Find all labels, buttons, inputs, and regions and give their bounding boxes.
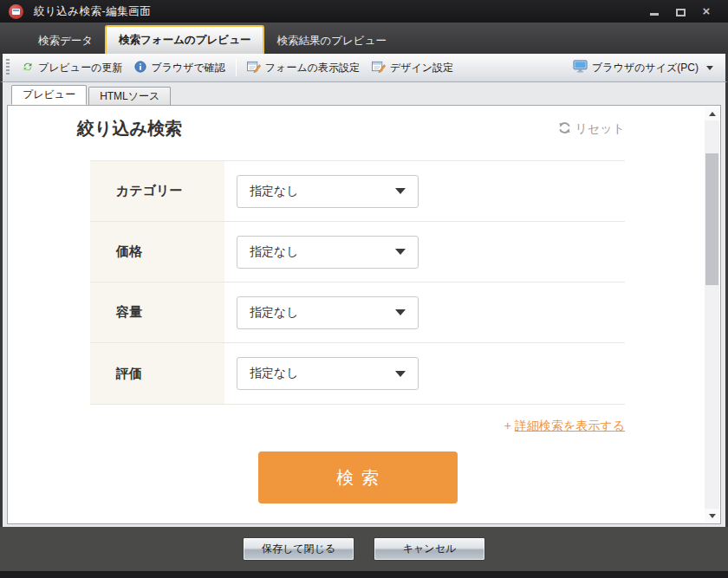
caret-down-icon [395,249,406,255]
refresh-icon [22,61,34,75]
scroll-up-button[interactable] [705,107,719,120]
preview-content: 絞り込み検索 リセット [8,106,705,523]
reset-label: リセット [575,121,625,137]
monitor-icon [573,60,588,75]
show-advanced-search-link[interactable]: +詳細検索を表示する [504,419,625,432]
reset-refresh-icon [558,121,571,137]
scrollbar-thumb[interactable] [705,153,718,285]
row-value: 指定なし [224,222,625,282]
scroll-down-icon [709,514,716,518]
scroll-down-button[interactable] [705,509,719,523]
maximize-icon [676,9,686,16]
cancel-button[interactable]: キャンセル [374,537,485,561]
toolbar: プレビューの更新 ブラウザで確認 [0,54,728,82]
caret-down-icon [706,66,713,70]
close-button[interactable]: × [700,5,712,17]
row-value: 指定なし [224,283,625,342]
advanced-search-row: +詳細検索を表示する [90,419,625,434]
preview-header: 絞り込み検索 リセット [77,117,625,140]
form-row-category: カテゴリー 指定なし [90,161,625,222]
rating-dropdown[interactable]: 指定なし [237,357,419,390]
footer: 保存して閉じる キャンセル [0,527,728,578]
caret-down-icon [395,371,406,377]
browser-size-button[interactable]: ブラウザのサイズ(PC) [568,56,718,79]
minimize-icon [650,13,659,16]
update-preview-button[interactable]: プレビューの更新 [16,57,127,79]
toolbar-separator [236,59,237,76]
rating-dropdown-value: 指定なし [250,366,299,381]
browser-size-label: ブラウザのサイズ(PC) [592,61,699,75]
price-dropdown-value: 指定なし [250,244,299,260]
info-icon [134,61,146,75]
form-display-settings-label: フォームの表示設定 [265,61,360,75]
scrollbar-track[interactable] [705,120,719,509]
row-value: 指定なし [224,343,625,404]
reset-link[interactable]: リセット [558,121,625,137]
subtabs: プレビュー HTMLソース [11,85,721,105]
preview-panel: 絞り込み検索 リセット [7,105,721,524]
price-dropdown[interactable]: 指定なし [237,236,419,269]
vertical-scrollbar [705,107,719,523]
row-label: 評価 [90,343,224,404]
scroll-up-icon [709,112,716,116]
form-row-price: 価格 指定なし [90,222,625,283]
form-display-settings-button[interactable]: フォームの表示設定 [242,57,365,79]
row-label: 容量 [90,283,224,342]
design-settings-button[interactable]: デザイン設定 [367,57,458,79]
search-form: カテゴリー 指定なし 価格 [90,160,625,503]
tab-search-data[interactable]: 検索データ [26,29,105,54]
capacity-dropdown[interactable]: 指定なし [237,296,419,329]
category-dropdown-value: 指定なし [250,184,299,199]
app-window: 絞り込み検索-編集画面 × 検索データ 検索フォームのプレビュー 検索結果のプレ… [0,0,728,578]
subtab-preview[interactable]: プレビュー [11,85,87,105]
form-row-rating: 評価 指定なし [90,343,625,404]
form-table: カテゴリー 指定なし 価格 [90,160,625,405]
capacity-dropdown-value: 指定なし [250,305,299,321]
window-title: 絞り込み検索-編集画面 [34,4,151,19]
check-in-browser-button[interactable]: ブラウザで確認 [129,57,230,79]
window-controls: × [648,5,719,17]
form-row-capacity: 容量 指定なし [90,283,625,343]
update-preview-label: プレビューの更新 [38,61,122,75]
row-label: カテゴリー [90,161,224,221]
titlebar: 絞り込み検索-編集画面 × [0,0,728,23]
row-label: 価格 [90,222,224,282]
row-value: 指定なし [224,161,625,221]
main-tabbar: 検索データ 検索フォームのプレビュー 検索結果のプレビュー [0,23,728,54]
close-icon: × [703,5,711,17]
category-dropdown[interactable]: 指定なし [237,175,419,208]
check-in-browser-label: ブラウザで確認 [151,61,224,75]
maximize-button[interactable] [674,5,686,17]
app-icon [9,4,23,19]
advanced-search-label: 詳細検索を表示する [515,419,625,432]
form-edit-icon [247,61,261,75]
save-and-close-button[interactable]: 保存して閉じる [243,537,354,561]
caret-down-icon [395,309,406,315]
plus-icon: + [504,419,511,432]
design-settings-label: デザイン設定 [390,61,453,75]
minimize-button[interactable] [648,5,660,17]
subtab-html-source[interactable]: HTMLソース [88,87,171,105]
page-title: 絞り込み検索 [77,117,182,140]
toolbar-grip [6,59,10,76]
tab-search-form-preview[interactable]: 検索フォームのプレビュー [105,25,264,54]
workspace: プレビュー HTMLソース 絞り込み検索 [0,82,728,527]
search-button[interactable]: 検索 [258,451,458,503]
design-edit-icon [372,61,386,75]
caret-down-icon [395,188,406,194]
tab-search-results-preview[interactable]: 検索結果のプレビュー [264,29,398,54]
